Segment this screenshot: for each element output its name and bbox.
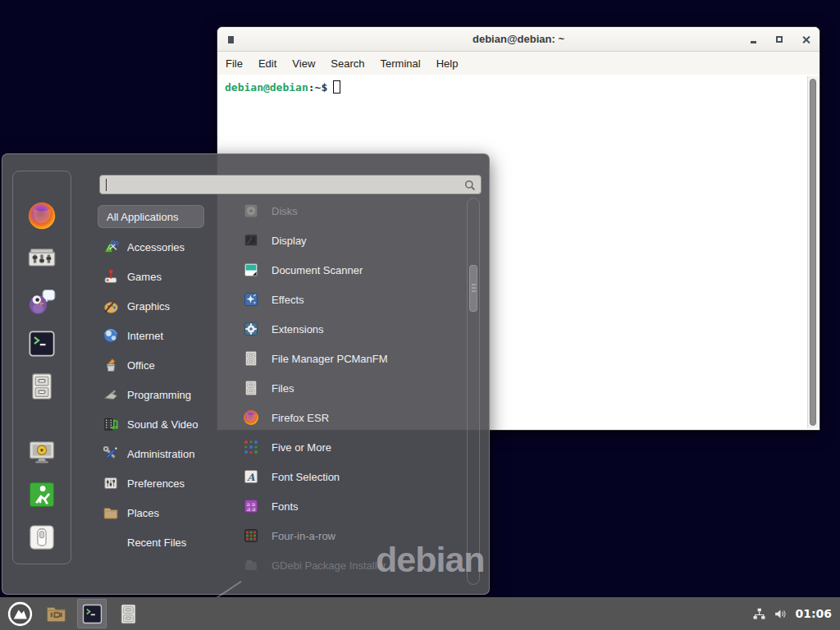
app-label: Display xyxy=(272,235,307,247)
taskbar-file-manager-button[interactable] xyxy=(41,599,71,628)
maximize-button[interactable] xyxy=(776,36,783,43)
shutdown-icon xyxy=(27,523,57,552)
preferences-icon xyxy=(103,475,119,491)
app-item-font-selection[interactable]: AFont Selection xyxy=(235,462,467,491)
pidgin-icon xyxy=(27,286,57,316)
app-label: GDebi Package Installer xyxy=(272,559,386,572)
administration-icon xyxy=(103,445,119,462)
folder-d-icon xyxy=(45,603,67,625)
category-office[interactable]: Office xyxy=(98,350,204,380)
category-internet[interactable]: Internet xyxy=(98,321,204,350)
app-item-extensions[interactable]: Extensions xyxy=(235,314,467,344)
terminal-menu-view[interactable]: View xyxy=(292,57,315,70)
tray-network-icon[interactable] xyxy=(752,607,766,621)
favorite-firefox[interactable] xyxy=(24,199,60,232)
app-item-disks[interactable]: Disks xyxy=(235,196,467,226)
magnifier-glyph xyxy=(463,179,477,192)
cabinet-icon xyxy=(117,603,139,625)
app-label: Fonts xyxy=(272,500,299,513)
screensaver-icon xyxy=(27,437,57,467)
control-sliders-icon xyxy=(27,244,57,273)
taskbar-menu-button[interactable] xyxy=(5,599,34,628)
app-label: Firefox ESR xyxy=(272,412,329,424)
category-programming[interactable]: Programming xyxy=(98,380,204,409)
category-graphics[interactable]: Graphics xyxy=(98,291,204,321)
effects-icon xyxy=(243,291,259,308)
app-item-file-manager-pcmanfm[interactable]: File Manager PCManFM xyxy=(235,344,467,373)
category-games[interactable]: Games xyxy=(98,262,204,291)
fonts-icon: a aa a xyxy=(243,498,259,514)
app-item-five-or-more[interactable]: Five or More xyxy=(235,432,467,462)
taskbar-launchers xyxy=(5,599,149,628)
taskbar: 01:06 xyxy=(0,597,840,630)
accessories-icon xyxy=(103,239,119,255)
terminal-menu-terminal[interactable]: Terminal xyxy=(381,57,421,70)
category-sound-video[interactable]: Sound & Video xyxy=(98,409,204,439)
category-label: Places xyxy=(127,507,159,519)
favorite-lock-screen[interactable] xyxy=(24,436,60,468)
terminal-menu-help[interactable]: Help xyxy=(436,57,459,70)
category-label: Administration xyxy=(127,448,194,460)
gdebi-icon xyxy=(243,557,259,573)
terminal-scrollbar-thumb[interactable] xyxy=(810,79,816,426)
favorite-terminal[interactable] xyxy=(24,327,60,360)
app-item-firefox-esr[interactable]: Firefox ESR xyxy=(235,403,467,432)
category-label: Programming xyxy=(127,389,191,401)
debian-watermark: debian xyxy=(376,540,485,580)
clock[interactable]: 01:06 xyxy=(795,607,832,620)
app-item-fonts[interactable]: a aa aFonts xyxy=(235,491,467,521)
category-administration[interactable]: Administration xyxy=(98,439,204,468)
category-label: Internet xyxy=(127,330,163,342)
category-label: Office xyxy=(127,359,155,372)
favorites-sidebar xyxy=(12,171,71,564)
app-item-document-scanner[interactable]: Document Scanner xyxy=(235,255,467,285)
taskbar-terminal-button[interactable] xyxy=(77,599,107,628)
app-label: Effects xyxy=(272,294,304,306)
programming-icon xyxy=(103,386,119,403)
network-glyph xyxy=(752,607,766,621)
favorite-log-out[interactable] xyxy=(24,478,60,511)
terminal-menu-edit[interactable]: Edit xyxy=(258,57,276,70)
prompt-path: :~$ xyxy=(308,81,327,94)
favorite-shut-down[interactable] xyxy=(24,521,60,554)
terminal-menubar: FileEditViewSearchTerminalHelp xyxy=(217,52,819,75)
terminal-menu-search[interactable]: Search xyxy=(331,57,364,70)
category-label: Preferences xyxy=(127,477,185,490)
terminal-titlebar[interactable]: debian@debian: ~ xyxy=(217,27,819,52)
app-item-effects[interactable]: Effects xyxy=(235,285,467,314)
category-recent-files[interactable]: Recent Files xyxy=(98,527,204,557)
category-preferences[interactable]: Preferences xyxy=(98,468,204,498)
svg-text:A: A xyxy=(246,472,255,483)
graphics-icon xyxy=(103,298,119,314)
search-input[interactable] xyxy=(99,175,482,194)
favorite-file-manager[interactable] xyxy=(24,370,60,403)
app-label: Extensions xyxy=(272,323,324,336)
app-label: Document Scanner xyxy=(272,264,363,276)
favorite-pidgin[interactable] xyxy=(24,285,60,317)
taskbar-files-button[interactable] xyxy=(113,599,143,628)
close-button[interactable] xyxy=(802,36,810,43)
category-label: Sound & Video xyxy=(127,418,199,431)
terminal-menu-file[interactable]: File xyxy=(226,57,243,70)
games-icon xyxy=(103,268,119,285)
category-places[interactable]: Places xyxy=(98,498,204,527)
terminal-icon xyxy=(27,329,57,358)
search-icon xyxy=(463,179,477,192)
apps-scrollbar-thumb[interactable] xyxy=(469,265,477,312)
tray-volume-icon[interactable] xyxy=(774,607,788,621)
svg-text:a a: a a xyxy=(247,506,256,513)
category-accessories[interactable]: Accessories xyxy=(98,232,204,262)
terminal-scrollbar[interactable] xyxy=(807,76,818,428)
application-list: DisksDisplayDocument ScannerEffectsExten… xyxy=(235,196,467,580)
app-item-display[interactable]: Display xyxy=(235,226,467,255)
app-item-files[interactable]: Files xyxy=(235,373,467,403)
extensions-icon xyxy=(243,321,259,337)
apps-scrollbar[interactable] xyxy=(467,198,480,585)
category-all-applications[interactable]: All Applications xyxy=(98,205,204,228)
terminal-icon xyxy=(81,603,103,625)
favorite-control-center[interactable] xyxy=(24,242,60,275)
office-icon xyxy=(103,357,119,373)
logout-icon xyxy=(27,480,57,509)
minimize-button[interactable] xyxy=(751,41,756,43)
firefox-icon xyxy=(27,201,57,231)
